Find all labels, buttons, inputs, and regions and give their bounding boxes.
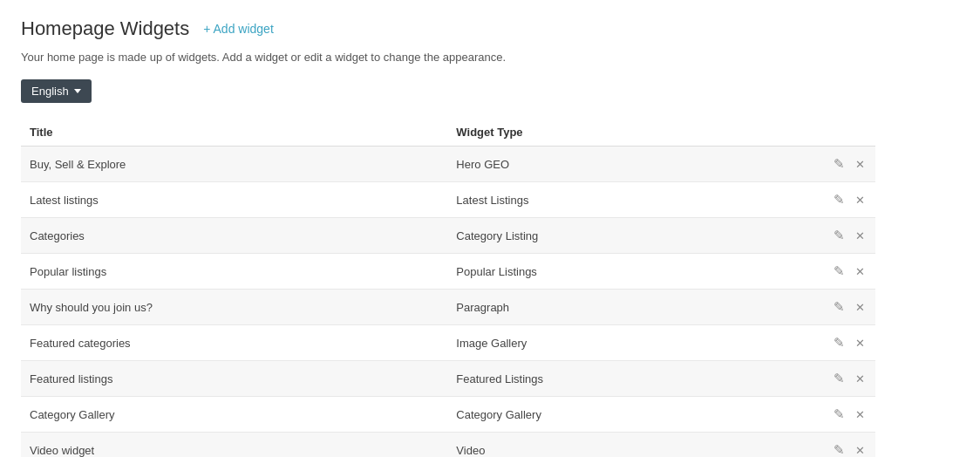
cell-widget-type: Popular Listings: [447, 254, 823, 290]
actions-container: [832, 190, 867, 209]
edit-button[interactable]: [832, 154, 847, 174]
edit-icon: [834, 192, 845, 208]
cell-widget-type: Category Gallery: [447, 397, 823, 433]
cell-widget-type: Latest Listings: [447, 182, 823, 218]
delete-icon: [855, 229, 865, 242]
edit-button[interactable]: [832, 440, 847, 457]
edit-icon: [834, 406, 845, 422]
actions-container: [832, 440, 867, 457]
cell-title: Categories: [21, 218, 447, 254]
actions-container: [832, 405, 867, 424]
page-title: Homepage Widgets: [21, 17, 189, 40]
table-header-row: Title Widget Type: [21, 119, 875, 147]
language-caret-icon: [74, 89, 81, 93]
delete-icon: [855, 337, 865, 350]
cell-actions: [823, 254, 875, 290]
actions-container: [832, 369, 867, 388]
cell-actions: [823, 218, 875, 254]
cell-actions: [823, 397, 875, 433]
table-row: Buy, Sell & ExploreHero GEO: [21, 147, 875, 182]
delete-icon: [855, 301, 865, 314]
edit-icon: [834, 263, 845, 279]
edit-icon: [834, 371, 845, 386]
table-row: CategoriesCategory Listing: [21, 218, 875, 254]
widget-table: Title Widget Type Buy, Sell & ExploreHer…: [21, 119, 875, 457]
edit-icon: [834, 156, 845, 172]
edit-button[interactable]: [832, 297, 847, 317]
cell-title: Featured listings: [21, 361, 447, 397]
actions-container: [832, 262, 867, 281]
table-row: Featured categoriesImage Gallery: [21, 325, 875, 361]
edit-button[interactable]: [832, 369, 847, 388]
cell-actions: [823, 290, 875, 325]
edit-button[interactable]: [832, 405, 847, 424]
edit-button[interactable]: [832, 262, 847, 281]
delete-button[interactable]: [854, 406, 867, 423]
page-header: Homepage Widgets + Add widget: [21, 17, 959, 40]
delete-icon: [855, 408, 865, 421]
cell-title: Featured categories: [21, 325, 447, 361]
actions-container: [832, 154, 867, 174]
cell-title: Buy, Sell & Explore: [21, 147, 447, 182]
delete-icon: [855, 194, 865, 207]
table-row: Featured listingsFeatured Listings: [21, 361, 875, 397]
cell-widget-type: Video: [447, 433, 823, 458]
edit-icon: [834, 442, 845, 457]
delete-icon: [855, 158, 865, 171]
cell-title: Latest listings: [21, 182, 447, 218]
actions-container: [832, 226, 867, 245]
cell-title: Category Gallery: [21, 397, 447, 433]
delete-icon: [855, 372, 865, 385]
table-row: Popular listingsPopular Listings: [21, 254, 875, 290]
delete-button[interactable]: [854, 442, 867, 458]
cell-actions: [823, 433, 875, 458]
edit-button[interactable]: [832, 226, 847, 245]
cell-title: Why should you join us?: [21, 290, 447, 325]
cell-actions: [823, 147, 875, 182]
delete-button[interactable]: [854, 228, 867, 244]
delete-button[interactable]: [854, 371, 867, 387]
column-header-actions: [823, 119, 875, 147]
delete-button[interactable]: [854, 156, 867, 173]
cell-widget-type: Featured Listings: [447, 361, 823, 397]
edit-icon: [834, 335, 845, 351]
cell-widget-type: Category Listing: [447, 218, 823, 254]
edit-button[interactable]: [832, 333, 847, 352]
cell-widget-type: Paragraph: [447, 290, 823, 325]
add-widget-link[interactable]: + Add widget: [203, 22, 274, 36]
table-row: Why should you join us?Paragraph: [21, 290, 875, 325]
table-row: Latest listingsLatest Listings: [21, 182, 875, 218]
actions-container: [832, 297, 867, 317]
edit-button[interactable]: [832, 190, 847, 209]
language-button[interactable]: English: [21, 79, 92, 103]
delete-button[interactable]: [854, 263, 867, 280]
edit-icon: [834, 228, 845, 243]
delete-icon: [855, 265, 865, 278]
delete-button[interactable]: [854, 335, 867, 351]
table-row: Category GalleryCategory Gallery: [21, 397, 875, 433]
language-label: English: [31, 85, 69, 98]
page-subtitle: Your home page is made up of widgets. Ad…: [21, 51, 959, 64]
cell-actions: [823, 361, 875, 397]
column-header-widget-type: Widget Type: [447, 119, 823, 147]
edit-icon: [834, 299, 845, 315]
cell-actions: [823, 325, 875, 361]
cell-title: Popular listings: [21, 254, 447, 290]
cell-actions: [823, 182, 875, 218]
delete-icon: [855, 444, 865, 457]
cell-widget-type: Hero GEO: [447, 147, 823, 182]
column-header-title: Title: [21, 119, 447, 147]
actions-container: [832, 333, 867, 352]
delete-button[interactable]: [854, 192, 867, 208]
table-row: Video widgetVideo: [21, 433, 875, 458]
delete-button[interactable]: [854, 299, 867, 316]
cell-title: Video widget: [21, 433, 447, 458]
cell-widget-type: Image Gallery: [447, 325, 823, 361]
